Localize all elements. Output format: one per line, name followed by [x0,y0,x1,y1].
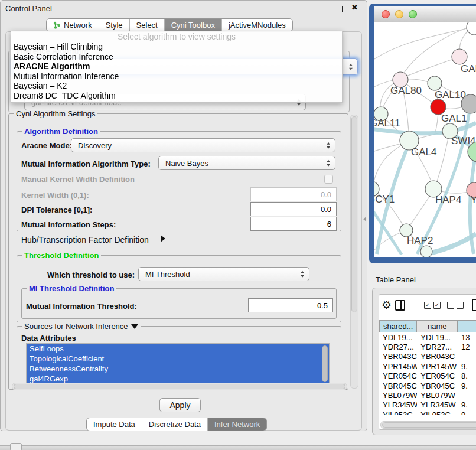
export-table-icon[interactable] [472,299,476,311]
sources-legend: Sources for Network Inference [22,322,141,331]
screen: Control Panel ✖ Network Style Select Cyn… [0,0,476,450]
network-node[interactable] [461,94,476,113]
which-threshold-label: Which threshold to use: [47,270,135,279]
algorithm-option[interactable]: Mutual Information Inference [11,71,342,81]
combo-arrows-icon [327,142,330,149]
algorithm-option[interactable]: Basic Correlation Inference [11,52,342,62]
dpi-tolerance-value: 0.0 [321,205,331,214]
tab-style-label: Style [106,21,123,30]
panel-divider-handle[interactable] [363,217,366,221]
network-node[interactable] [467,22,476,35]
aracne-mode-combo[interactable]: Discovery [71,138,335,152]
algorithm-option[interactable]: Dream8 DC_TDC Algorithm [11,91,342,101]
network-node-label: GAL8 [461,63,476,74]
gear-icon[interactable]: ⚙ [382,299,392,311]
table-row[interactable]: YDL19...YDL19...13 [379,332,476,342]
tab-discretize-data[interactable]: Discretize Data [142,418,207,431]
select-all-columns-icon2[interactable]: ✓ [433,302,441,309]
table-row[interactable]: YBL079WYBL079W [379,390,476,400]
table-hscrollbar-thumb[interactable] [382,422,476,428]
settings-vscrollbar-thumb[interactable] [351,116,357,312]
tab-select[interactable]: Select [129,19,164,31]
table-cell: YBR045C [417,381,458,390]
attribute-list-item[interactable]: TopologicalCoefficient [27,354,329,364]
table-cell: 8. [458,371,476,380]
network-node-gal10[interactable] [428,76,442,90]
algorithm-option[interactable]: ARACNE Algorithm [11,61,342,71]
table-row[interactable]: YER054CYER054C8. [379,371,476,381]
network-node-label: GAL10 [435,89,466,100]
table-cell: 12 [458,343,476,351]
network-canvas[interactable]: GAL8GAL80GAL10GAL1GAL11SWI4GAL4GCY1HAP4Y… [374,22,476,257]
network-node-label: HAP2 [407,235,433,246]
table-row[interactable]: YIL053CYIL053C9 [379,410,476,415]
apply-button[interactable]: Apply [159,398,201,412]
control-panel-title: Control Panel [5,4,52,13]
tab-jactivemnodules[interactable]: jActiveMNodules [221,19,292,31]
mi-steps-field[interactable]: 6 [250,217,337,231]
table-body: YDL19...YDL19...13YDR27...YDR27...12YBR0… [379,332,476,415]
bottom-panel-edge [0,445,476,450]
tab-select-label: Select [136,21,158,30]
table-column-header[interactable] [458,320,476,332]
deselect-columns-icon[interactable] [447,302,454,309]
table-row[interactable]: YDR27...YDR27...12 [379,342,476,351]
aracne-mode-label: Aracne Mode: [21,141,72,150]
mi-threshold-field[interactable]: 0.5 [248,298,333,312]
which-threshold-value: MI Threshold [145,270,190,279]
table-cell: YER054C [417,371,458,380]
algorithm-option[interactable]: Bayesian – K2 [11,81,342,91]
table-row[interactable]: YPR145WYPR145W9. [379,361,476,371]
table-row[interactable]: YBR045CYBR045C9. [379,381,476,390]
collapse-icon[interactable] [131,324,138,329]
tab-cyni-toolbox[interactable]: Cyni Toolbox [164,19,221,31]
kernel-width-field[interactable]: 0.0 [250,187,337,201]
network-node-label: HAP4 [435,194,461,206]
attribute-list-item[interactable]: SelfLoops [27,344,329,354]
manual-kernel-checkbox[interactable] [324,175,333,184]
float-window-icon[interactable] [342,6,348,12]
cyni-bottom-tabs: Impute Data Discretize Data Infer Networ… [86,418,267,431]
tab-style[interactable]: Style [99,19,129,31]
algorithm-option[interactable]: Bayesian – Hill Climbing [11,42,342,52]
table-row[interactable]: YBR043CYBR043C [379,352,476,361]
zoom-window-icon[interactable] [409,10,417,18]
tab-network[interactable]: Network [47,19,99,31]
network-node-gal8[interactable] [452,49,467,64]
table-panel-inner: ⚙ ✓ ✓ shared...name YDL19...YDL19...13YD… [379,294,476,430]
network-view-window: GAL8GAL80GAL10GAL1GAL11SWI4GAL4GCY1HAP4Y… [369,4,476,263]
which-threshold-combo[interactable]: MI Threshold [138,267,309,281]
table-cell: YDR27... [379,343,417,351]
dpi-tolerance-field[interactable]: 0.0 [250,202,337,216]
kernel-width-value: 0.0 [321,190,331,199]
minimize-window-icon[interactable] [395,10,403,18]
mi-type-combo[interactable]: Naive Bayes [158,156,335,170]
split-table-icon[interactable] [395,300,405,311]
table-column-header[interactable]: name [417,320,458,332]
collapsed-panel-icon[interactable] [10,443,22,450]
network-node-label: Y [471,194,476,206]
close-icon[interactable]: ✖ [351,3,358,12]
network-window-titlebar[interactable] [374,6,476,22]
combo-arrows-icon [349,64,353,70]
attribute-list-item[interactable]: BetweennessCentrality [27,364,329,374]
list-scrollbar-thumb[interactable] [322,345,328,382]
mi-type-label: Mutual Information Algorithm Type: [21,159,151,168]
network-edge[interactable] [401,57,459,79]
combo-arrows-icon [327,160,330,167]
network-edge[interactable] [435,132,449,188]
table-cell: YBR043C [417,352,458,361]
close-window-icon[interactable] [382,10,390,18]
deselect-columns-icon2[interactable] [457,302,464,309]
table-column-header[interactable]: shared... [379,320,417,332]
table-cell: YPR145W [379,362,417,371]
control-panel-tabs: Network Style Select Cyni Toolbox jActiv… [46,18,293,32]
tab-infer-network[interactable]: Infer Network [207,418,266,431]
network-node[interactable] [420,246,432,257]
expand-icon[interactable] [161,235,165,242]
tab-impute-data[interactable]: Impute Data [87,418,142,431]
table-row[interactable]: YLR345WYLR345W9. [379,400,476,410]
network-node-label: GAL11 [374,118,400,129]
select-all-columns-icon[interactable]: ✓ [424,302,431,309]
settings-hscrollbar-thumb[interactable] [14,384,345,389]
